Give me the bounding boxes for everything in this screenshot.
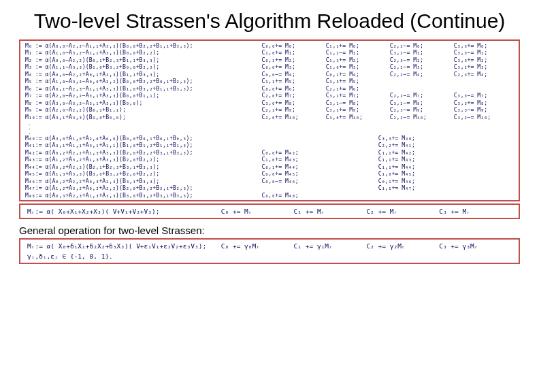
eq-update	[493, 135, 504, 142]
sum2-c0: C₀ += γ₀Mᵣ	[221, 242, 294, 250]
eq-lhs: M₄₄:= α(A₀,₂+A₂,₂)(B₂,₁+B₂,₃+B₃,₁+B₃,₃);	[23, 163, 260, 171]
eq-lhs: M₄₆:= α(A₀,₂+A₂,₂+A₀,₃+A₂,₃)(B₃,₁+B₃,₃);	[23, 178, 260, 185]
sum1-c0: C₀ += Mᵣ	[221, 208, 294, 215]
eq-update: C₂,₂−= M₁₀;	[388, 114, 452, 121]
ellipsis: ...	[23, 120, 516, 135]
eq-update	[504, 192, 516, 199]
eq-update: C₀,₀+= M₆;	[260, 85, 324, 93]
equation-row: M₁ := α(A₁,₀−A₃,₂−A₁,₁+A₃,₃)(B₀,₀+B₂,₂);…	[23, 49, 516, 56]
eq-update: C₃,₃+= M₂;	[452, 56, 516, 64]
eq-update: C₃,₂−= M₁₀;	[452, 114, 516, 121]
eq-update: C₁,₁−= M₁;	[324, 49, 388, 56]
eq-update: C₂,₂−= M₃;	[388, 63, 452, 71]
eq-update: C₃,₃+= M₅;	[324, 78, 388, 85]
sum2-c1: C₁ += γ₁Mᵣ	[294, 242, 367, 250]
eq-update: C₀,₀+= M₄₅;	[260, 170, 376, 178]
equations-bottom: M₄₀:= α(A₃,₀+A₁,₀+A₂,₀+A₀,₀)(B₀,₀+B₀,₁+B…	[23, 135, 516, 199]
equation-row: M₄₄:= α(A₀,₂+A₂,₂)(B₂,₁+B₂,₃+B₃,₁+B₃,₃);…	[23, 163, 516, 171]
eq-lhs: M₁₀:= α(A₃,₁+A₃,₃)(B₁,₀+B₀,₀);	[23, 114, 260, 121]
equation-row: M₆ := α(A₀,₁−A₂,₃−A₁,₁+A₃,₃)(B₁,₀+B₃,₂+B…	[23, 85, 516, 93]
eq-lhs: M₄₁:= α(A₃,₁+A₁,₁+A₃,₁+A₁,₁)(B₁,₀+B₁,₂+B…	[23, 142, 260, 149]
equation-row: M₄₃:= α(A₁,₂+A₃,₂+A₁,₃+A₃,₃)(B₂,₀+B₂,₂);…	[23, 156, 516, 163]
eq-update	[260, 135, 376, 142]
equation-row: M₈ := α(A₃,₀−A₃,₂−A₃,₁+A₃,₃)(B₀,₀);C₃,₀+…	[23, 99, 516, 107]
equation-row: M₇ := α(A₂,₀−A₂,₂−A₃,₁+A₃,₃)(B₀,₀+B₁,₁);…	[23, 92, 516, 99]
equation-row: M₃ := α(A₁,₁−A₃,₃)(B₁,₀+B₃,₂+B₀,₀+B₂,₂);…	[23, 63, 516, 71]
eq-update	[493, 163, 504, 171]
eq-update: C₂,₂−= M₄;	[388, 71, 452, 78]
eq-lhs: M₅ := α(A₁,₀−A₃,₂−A₀,₀+A₂,₂)(B₀,₀+B₂,₂+B…	[23, 78, 260, 85]
eq-update: C₃,₂−= M₈;	[388, 99, 452, 107]
eq-update: C₂,₂−= M₇;	[388, 92, 452, 99]
sum1-c2: C₂ += Mᵣ	[366, 208, 439, 215]
eq-lhs: M₄₅:= α(A₁,₃+A₃,₃)(B₃,₀+B₃,₂+B₂,₀+B₂,₂);	[23, 170, 260, 178]
equation-row: M₅ := α(A₁,₀−A₃,₂−A₀,₀+A₂,₂)(B₀,₀+B₂,₂+B…	[23, 78, 516, 85]
eq-update: C₀,₁+= M₄;	[324, 71, 388, 78]
sum2-note: γᵢ,δᵢ,εᵢ ∈ {-1, 0, 1}.	[27, 252, 221, 260]
summary-box-1: Mᵣ:= α( X₀+X₁+X₂+X₃)( V+V₁+V₂+V₃); C₀ +=…	[19, 203, 520, 219]
equation-row: M₀ := α(A₀,₀−A₂,₂−A₁,₁+A₃,₃)(B₀,₀+B₂,₂+B…	[23, 42, 516, 50]
eq-lhs: M₄₈:= α(A₀,₃+A₂,₃+A₁,₃+A₃,₃)(B₃,₀+B₃,₂+B…	[23, 192, 260, 199]
equation-row: M₄₈:= α(A₀,₃+A₂,₃+A₁,₃+A₃,₃)(B₃,₀+B₃,₂+B…	[23, 192, 516, 199]
eq-update: C₀,₁+= M₄₄;	[260, 163, 376, 171]
eq-update: C₃,₃−= M₁;	[452, 49, 516, 56]
eq-update: C₁,₀+= M₁;	[260, 49, 324, 56]
eq-update	[504, 178, 516, 185]
eq-update: C₃,₁+= M₇;	[324, 92, 388, 99]
equation-row: M₄₅:= α(A₁,₃+A₃,₃)(B₃,₀+B₃,₂+B₂,₀+B₂,₂);…	[23, 170, 516, 178]
eq-update	[493, 149, 504, 157]
eq-update	[493, 184, 504, 192]
eq-update: C₂,₀+= M₁₀;	[260, 114, 324, 121]
eq-update	[504, 184, 516, 192]
eq-update: C₁,₁+= M₄₇;	[376, 184, 493, 192]
general-op-label: General operation for two-level Strassen…	[19, 225, 520, 236]
sum1-c3: C₃ += Mᵣ	[439, 208, 512, 215]
sum2-lhs: Mᵣ:= α( X₀+δ₁X₁+δ₂X₂+δ₃X₃)( V+ε₁V₁+ε₂V₂+…	[27, 242, 221, 250]
main-equations-box: M₀ := α(A₀,₀−A₂,₂−A₁,₁+A₃,₃)(B₀,₀+B₂,₂+B…	[19, 39, 520, 202]
eq-update	[452, 85, 516, 93]
eq-update: C₁,₁+= M₄₂;	[376, 149, 493, 157]
sum1-lhs: Mᵣ:= α( X₀+X₁+X₂+X₃)( V+V₁+V₂+V₃);	[27, 208, 221, 215]
eq-update: C₁,₁+= M₄₄;	[376, 163, 493, 171]
eq-update: C₁,₁+= M₀;	[324, 42, 388, 50]
eq-lhs: M₃ := α(A₁,₁−A₃,₃)(B₁,₀+B₃,₂+B₀,₀+B₂,₂);	[23, 63, 260, 71]
eq-update: C₀,₁+= M₂;	[260, 56, 324, 64]
eq-update	[493, 178, 504, 185]
equation-row: M₄₆:= α(A₀,₂+A₂,₂+A₀,₃+A₂,₃)(B₃,₁+B₃,₃);…	[23, 178, 516, 185]
eq-update: C₃,₃−= M₉;	[452, 106, 516, 114]
equation-row: M₄₇:= α(A₁,₂+A₃,₂+A₀,₂+A₂,₂)(B₂,₀+B₂,₂+B…	[23, 184, 516, 192]
eq-update	[504, 142, 516, 149]
equation-row: M₄₀:= α(A₃,₀+A₁,₀+A₂,₀+A₀,₀)(B₀,₀+B₀,₁+B…	[23, 135, 516, 142]
eq-update: C₁,₁+= M₂;	[324, 56, 388, 64]
equation-row: M₄₁:= α(A₃,₁+A₁,₁+A₃,₁+A₁,₁)(B₁,₀+B₁,₂+B…	[23, 142, 516, 149]
eq-update: C₀,₀+= M₀;	[260, 42, 324, 50]
eq-lhs: M₇ := α(A₂,₀−A₂,₂−A₃,₁+A₃,₃)(B₀,₀+B₁,₁);	[23, 92, 260, 99]
slide-title: Two-level Strassen's Algorithm Reloaded …	[19, 8, 520, 34]
eq-update: C₂,₂+= M₆;	[324, 85, 388, 93]
eq-update	[452, 78, 516, 85]
eq-update: C₃,₁−= M₈;	[324, 99, 388, 107]
eq-update: C₂,₃−= M₂;	[388, 56, 452, 64]
summary-box-2: Mᵣ:= α( X₀+δ₁X₁+δ₂X₂+δ₃X₃)( V+ε₁V₁+ε₂V₂+…	[19, 238, 520, 264]
eq-update: C₀,₀+= M₄₈;	[260, 192, 376, 199]
eq-update: C₀,₁+= M₄₆;	[376, 178, 493, 185]
eq-update	[493, 192, 504, 199]
eq-update: C₃,₀+= M₁₀;	[324, 114, 388, 121]
equation-row: M₄ := α(A₀,₀−A₂,₂+A₀,₁+A₂,₃)(B₁,₁+B₃,₃);…	[23, 71, 516, 78]
eq-update: C₀,₀−= M₄;	[260, 71, 324, 78]
eq-update: C₃,₂+= M₃;	[452, 63, 516, 71]
eq-update	[493, 156, 504, 163]
eq-update	[260, 142, 376, 149]
eq-update: C₃,₀+= M₈;	[260, 99, 324, 107]
eq-lhs: M₀ := α(A₀,₀−A₂,₂−A₁,₁+A₃,₃)(B₀,₀+B₂,₂+B…	[23, 42, 260, 50]
equation-row: M₉ := α(A₂,₀−A₂,₂)(B₀,₁+B₁,₁);C₂,₁+= M₉;…	[23, 106, 516, 114]
eq-update: C₃,₂−= M₁;	[388, 49, 452, 56]
eq-lhs: M₂ := α(A₀,₀−A₂,₂)(B₀,₁+B₂,₃+B₁,₁+B₃,₃);	[23, 56, 260, 64]
eq-update	[493, 142, 504, 149]
eq-update	[504, 156, 516, 163]
eq-lhs: M₈ := α(A₃,₀−A₃,₂−A₃,₁+A₃,₃)(B₀,₀);	[23, 99, 260, 107]
eq-update: C₃,₃−= M₇;	[452, 92, 516, 99]
eq-update	[388, 85, 452, 93]
eq-lhs: M₄₂:= α(A₀,₂+A₂,₂+A₁,₃+A₃,₃)(B₂,₀+B₂,₂+B…	[23, 149, 260, 157]
equations-top: M₀ := α(A₀,₀−A₂,₂−A₁,₁+A₃,₃)(B₀,₀+B₂,₂+B…	[23, 42, 516, 121]
